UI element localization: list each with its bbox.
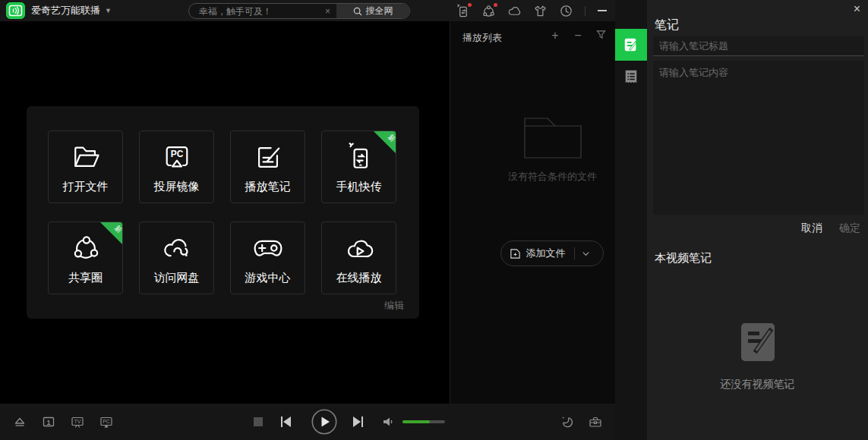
player-right-icons (560, 404, 603, 440)
phone-transfer-icon[interactable] (456, 4, 470, 18)
tile-share-circle[interactable]: 新 共享圈 (48, 222, 123, 294)
chevron-down-icon[interactable] (582, 250, 590, 258)
search-box: × 搜全网 (188, 3, 410, 19)
stop-button[interactable] (254, 417, 263, 426)
note-content-textarea[interactable] (653, 61, 864, 215)
title-dropdown-chevron-icon[interactable]: ▼ (105, 7, 112, 14)
note-title-input[interactable] (653, 36, 864, 56)
note-list-icon (623, 68, 639, 85)
notification-dot (468, 3, 472, 7)
phone-remote-icon[interactable] (560, 415, 575, 429)
play-speed-icon[interactable]: 1 (41, 414, 56, 429)
tile-label: 访问网盘 (154, 271, 200, 285)
tab-note-list[interactable] (615, 61, 647, 93)
video-area: 打开文件 PC 投屏镜像 播放笔记 (0, 21, 450, 404)
search-button[interactable]: 搜全网 (336, 4, 409, 18)
add-file-button[interactable]: 添加文件 (500, 240, 604, 266)
new-badge: 新 (373, 130, 396, 154)
gamepad-icon (251, 231, 285, 265)
new-badge: 新 (99, 222, 123, 245)
tile-label: 播放笔记 (245, 180, 291, 194)
minimize-button[interactable] (597, 4, 608, 18)
volume-icon[interactable] (382, 416, 394, 431)
cloud-play-icon (342, 231, 376, 265)
playlist-panel: 播放列表 + − 没有符合条件的文件 添加文件 (450, 21, 615, 404)
play-button[interactable] (311, 409, 337, 435)
tile-label: 共享圈 (68, 271, 103, 285)
tile-online-play[interactable]: 在线播放 (321, 222, 396, 294)
folder-open-icon (69, 140, 103, 174)
phone-fast-transfer-icon (342, 140, 376, 174)
search-icon (353, 7, 362, 16)
tile-open-file[interactable]: 打开文件 (48, 130, 123, 203)
tile-phone-transfer[interactable]: 新 手机快传 (321, 130, 396, 203)
player-bar: 1 TV PC (0, 404, 615, 440)
playlist-add-icon[interactable]: + (550, 29, 560, 42)
pc-mirror-icon: PC (160, 140, 194, 174)
tile-game-center[interactable]: 游戏中心 (230, 222, 305, 294)
home-tiles: 打开文件 PC 投屏镜像 播放笔记 (48, 130, 396, 294)
previous-button[interactable] (280, 416, 292, 431)
tile-label: 在线播放 (336, 271, 382, 285)
tile-label: 投屏镜像 (154, 180, 200, 194)
cloud-drive-icon (160, 231, 194, 265)
svg-text:1: 1 (46, 419, 50, 426)
next-button[interactable] (352, 416, 364, 431)
tile-label: 手机快传 (336, 180, 382, 194)
skin-tshirt-icon[interactable] (533, 4, 548, 18)
app-title: 爱奇艺万能联播 (31, 4, 100, 17)
empty-folder-icon (524, 117, 582, 159)
titlebar: 爱奇艺万能联播 ▼ × 搜全网 (0, 0, 615, 21)
playlist-header-icons: + − (550, 29, 606, 42)
tile-label: 打开文件 (63, 180, 109, 194)
app-window: 爱奇艺万能联播 ▼ × 搜全网 (0, 0, 868, 440)
note-edit-icon (251, 140, 285, 174)
confirm-button[interactable]: 确定 (839, 222, 860, 235)
notes-empty-text: 还没有视频笔记 (647, 378, 868, 391)
player-left-icons: 1 TV PC (12, 404, 114, 440)
close-icon[interactable]: × (854, 2, 860, 16)
titlebar-icons (456, 0, 608, 21)
tab-notes[interactable] (615, 29, 647, 61)
share-circle-icon[interactable] (481, 4, 496, 18)
app-logo-icon (6, 2, 25, 19)
side-tab-strip (615, 0, 647, 440)
tile-screen-mirror[interactable]: PC 投屏镜像 (139, 130, 214, 203)
tile-label: 游戏中心 (245, 271, 291, 285)
svg-text:TV: TV (74, 419, 81, 424)
edit-tiles-button[interactable]: 编辑 (384, 299, 404, 313)
add-file-icon (510, 248, 521, 259)
titlebar-separator (585, 6, 586, 16)
toolbox-icon[interactable] (589, 415, 603, 429)
note-edit-icon (623, 36, 639, 53)
notes-panel-title: 笔记 (655, 17, 679, 33)
tile-cloud-drive[interactable]: 访问网盘 (139, 222, 214, 294)
playlist-filter-icon[interactable] (595, 29, 606, 42)
playlist-remove-icon[interactable]: − (573, 29, 583, 42)
search-clear-icon[interactable]: × (319, 6, 336, 17)
svg-text:PC: PC (170, 149, 183, 159)
playlist-empty-state: 没有符合条件的文件 (490, 117, 615, 184)
history-clock-icon[interactable] (559, 4, 573, 18)
empty-note-icon (740, 322, 776, 363)
notes-panel: × 笔记 取消 确定 本视频笔记 还没有视频笔记 (647, 0, 868, 440)
notification-dot (494, 3, 497, 7)
add-button-separator (574, 247, 575, 259)
volume-fill (402, 420, 430, 423)
pc-cast-icon[interactable]: PC (99, 414, 114, 429)
cancel-button[interactable]: 取消 (801, 222, 822, 235)
search-input[interactable] (189, 4, 319, 18)
tv-cast-icon[interactable]: TV (70, 414, 85, 429)
volume-slider[interactable] (402, 420, 445, 423)
svg-text:PC: PC (103, 419, 110, 424)
notes-empty-state: 还没有视频笔记 (647, 322, 868, 391)
playlist-title: 播放列表 (462, 31, 502, 45)
home-card: 打开文件 PC 投屏镜像 播放笔记 (27, 106, 419, 319)
video-notes-section-title: 本视频笔记 (655, 251, 712, 266)
eject-open-icon[interactable] (12, 414, 27, 429)
note-action-buttons: 取消 确定 (801, 222, 860, 235)
cloud-drive-icon[interactable] (507, 4, 522, 18)
playlist-empty-text: 没有符合条件的文件 (490, 170, 615, 184)
tile-play-notes[interactable]: 播放笔记 (230, 130, 305, 203)
share-circle-icon (69, 231, 103, 265)
